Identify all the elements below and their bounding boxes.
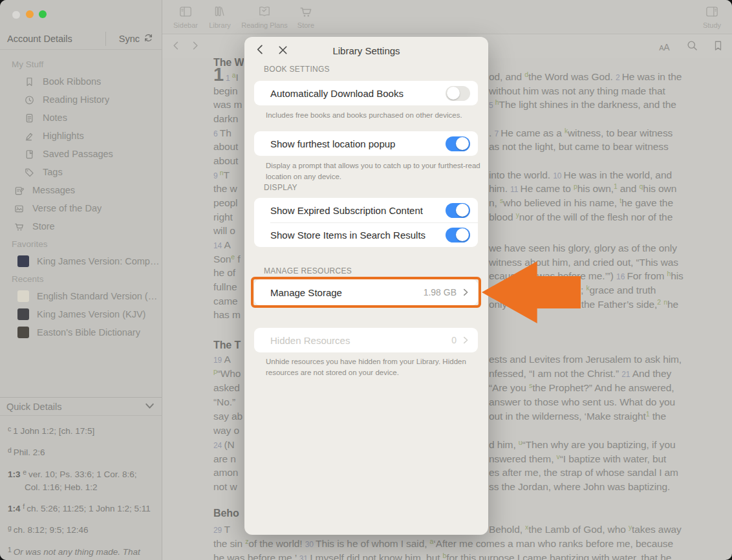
reading-text-line: Beho [213,507,244,520]
back-nav-icon[interactable] [170,39,182,54]
sidebar-item-book-ribbons[interactable]: Book Ribbons [0,72,162,91]
cross-reference-entry: 1:4 fch. 5:26; 11:25; 1 John 1:2; 5:11 [8,502,154,515]
section-manage-resources: MANAGE RESOURCES [264,266,352,275]
setting-label: Show Expired Subscription Content [270,205,423,216]
reading-text-line: he was before me.’ 31 I myself did not k… [213,552,671,560]
quick-details-header[interactable]: Quick Details [0,398,162,416]
reading-text-line: has m [213,308,244,321]
hidden-resources-row[interactable]: Hidden Resources 0 [254,328,478,352]
reading-text-line: es after me, the strap of whose sandal I… [489,466,678,479]
setting-row-expired[interactable]: Show Expired Subscription Content [254,198,478,222]
toolbar-store-button[interactable]: Store [279,5,333,29]
reading-text-line: blood ynor of the will of the flesh nor … [489,211,673,224]
reading-text-line: 5 hThe light shines in the darkness, and… [489,98,676,112]
setting-row-store-items[interactable]: Show Store Items in Search Results [254,222,478,247]
sidebar-item-label: Easton's Bible Dictionary [37,327,140,338]
highlighter-icon [24,131,35,142]
reading-text-line: into the world. 10 He was in the world, … [489,169,672,182]
reading-text-line: amon [213,466,244,479]
reading-text-line: begin [213,85,244,98]
toolbar-label: Study [685,21,732,29]
toolbar-study-button[interactable]: Study [685,5,732,29]
ribbon-icon [24,76,35,87]
toolbar-label: Store [279,21,333,29]
reading-text-line: p“Who [213,367,244,381]
sidebar-item-english-standard-version-esv[interactable]: English Standard Version (ESV) [0,287,162,305]
reading-text-line: The W [213,56,244,69]
sidebar-item-verse-of-the-day[interactable]: Verse of the Day [0,199,162,217]
sidebar-win-icon [178,10,193,21]
window-close-button[interactable] [12,10,21,19]
cross-reference-entry: 1:3 ever. 10; Ps. 33:6; 1 Cor. 8:6; Col.… [8,468,154,495]
sidebar-item-tags[interactable]: Tags [0,163,162,181]
sidebar-item-highlights[interactable]: Highlights [0,127,162,145]
furthest-popup-toggle[interactable] [446,136,470,151]
book-cover [17,327,29,338]
setting-label: Automatically Download Books [270,88,404,99]
reading-text-line: 6 Th [213,127,244,140]
reading-text-line: n, swho believed in his name, the gave t… [489,197,673,210]
reading-text-line: the w [213,182,244,195]
sidebar-item-king-james-version-kjv[interactable]: King James Version (KJV) [0,305,162,323]
section-label: My Stuff [12,59,43,69]
reading-text-line: we have seen his glory, glory as of the … [489,242,677,255]
setting-label: Show furthest location popup [270,138,395,149]
bookmark-icon[interactable] [712,39,724,54]
library-settings-modal: Library Settings BOOK SETTINGS Automatic… [244,37,488,535]
cart-icon [14,221,25,232]
sidebar-section-recents[interactable]: Recents [0,270,162,287]
window-minimize-button[interactable] [26,10,34,18]
reading-text-line: about [213,140,244,153]
sync-button[interactable]: Sync [119,32,154,45]
sidebar: Account Details Sync My StuffBook Ribbon… [0,0,162,560]
sidebar-item-label: Notes [43,113,67,123]
sync-label: Sync [119,34,140,44]
note-icon [24,113,35,124]
section-book-settings: BOOK SETTINGS [264,65,330,74]
setting-row-furthest-popup[interactable]: Show furthest location popup [254,131,478,156]
sidebar-item-reading-history[interactable]: Reading History [0,91,162,109]
window-zoom-button[interactable] [39,10,47,18]
reading-text-line: witness about him, and cried out, “This … [489,256,678,269]
reading-text-line: “No.” [213,396,244,409]
reading-text-line: was m [213,98,244,111]
quick-details-list: c1 John 1:2; [ch. 17:5]dPhil. 2:61:3 eve… [0,416,162,560]
store-items-toggle[interactable] [446,228,470,242]
sidebar-item-saved-passages[interactable]: Saved Passages [0,145,162,163]
section-label: Favorites [12,239,48,249]
main-toolbar: SidebarLibraryReading PlansStoreStudy [162,0,732,34]
sidebar-item-label: Tags [43,167,63,177]
chevron-down-icon [144,400,155,413]
reading-text-line: 14 A [213,239,244,252]
setting-caption: Includes free books and books purchased … [266,110,479,121]
sidebar-section-favorites[interactable]: Favorites [0,235,162,252]
reading-text-line: peopl [213,197,244,210]
forward-nav-icon[interactable] [189,39,201,54]
reading-text-line: came [213,295,244,308]
cart-icon [299,10,313,21]
section-label: Recents [12,274,44,284]
quick-details-title: Quick Details [6,402,61,412]
expired-content-toggle[interactable] [446,203,470,218]
reading-text-line: darkn [213,113,244,125]
font-size-button[interactable]: AA [659,42,669,52]
sidebar-item-easton-s-bible-dictionary[interactable]: Easton's Bible Dictionary [0,323,162,341]
reading-text-line: way o [213,424,244,437]
account-details-button[interactable]: Account Details [7,34,72,44]
setting-row-auto-download[interactable]: Automatically Download Books [254,81,478,105]
sidebar-item-label: Verse of the Day [32,203,102,213]
setting-label: Show Store Items in Search Results [270,230,425,241]
sidebar-item-king-james-version-complet[interactable]: King James Version: Complet... [0,252,162,270]
study-icon [705,10,719,21]
sidebar-section-my-stuff[interactable]: My Stuff [0,56,162,72]
sidebar-item-notes[interactable]: Notes [0,109,162,127]
search-icon[interactable] [686,39,698,54]
highlight-box [251,277,481,308]
reading-text-line: without him was not any thing made that [489,85,665,98]
reading-text-line: od, and dthe Word was God. 2 He was in t… [489,70,682,84]
divider [105,32,106,46]
setting-caption: Unhide resources you have hidden from yo… [266,356,474,379]
sidebar-item-store[interactable]: Store [0,217,162,235]
sidebar-item-messages[interactable]: Messages [0,181,162,199]
auto-download-toggle[interactable] [446,86,470,101]
